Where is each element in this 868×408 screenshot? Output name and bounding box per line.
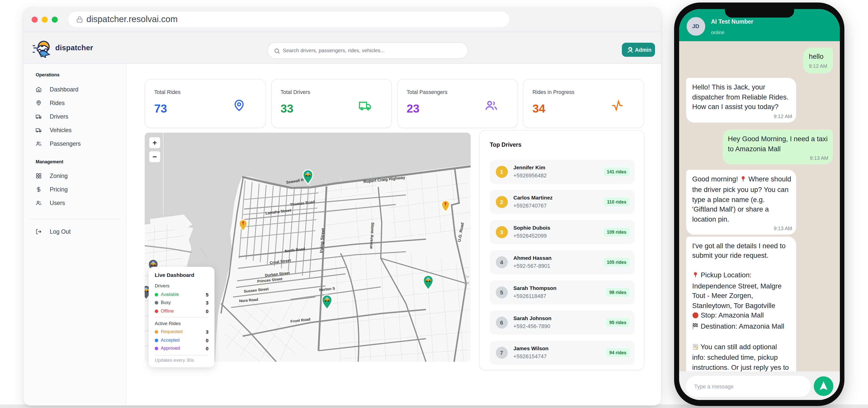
svg-text:Eu: Eu [464,274,469,279]
svg-text:Int: Int [464,281,469,285]
